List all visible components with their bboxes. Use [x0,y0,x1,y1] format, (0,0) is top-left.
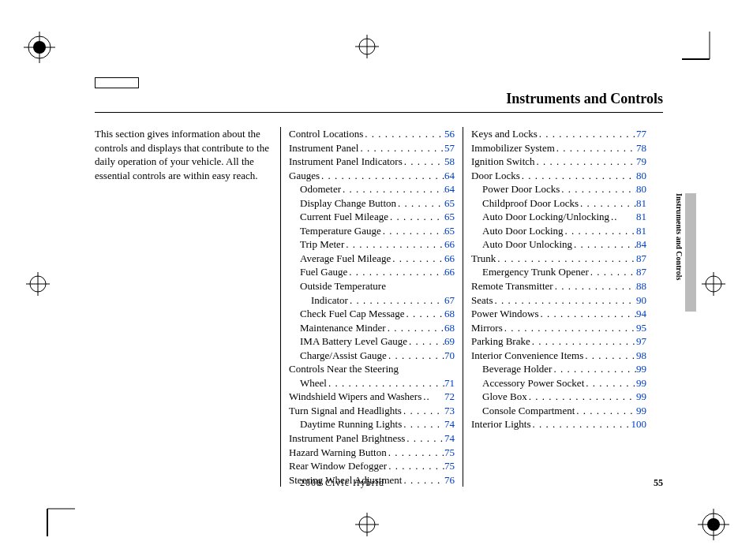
toc-entry[interactable]: Display Change Button. . . . . . . . . .… [289,196,455,211]
toc-entry-page[interactable]: 81 [636,196,646,211]
toc-entry-page[interactable]: 81 [636,210,646,224]
toc-entry-page[interactable]: 72 [444,390,455,404]
toc-entry[interactable]: Parking Brake. . . . . . . . . . . . . .… [471,334,646,349]
toc-entry[interactable]: Windshield Wipers and Washers .. 72 [289,390,455,404]
toc-entry-page[interactable]: 95 [636,321,646,335]
toc-entry-page[interactable]: 74 [444,417,455,431]
crop-mark-tr [682,32,721,71]
toc-entry-page[interactable]: 65 [444,210,455,224]
toc-entry-page[interactable]: 56 [444,127,455,141]
toc-entry-page[interactable]: 78 [636,141,646,155]
toc-entry-page[interactable]: 75 [444,446,455,460]
toc-entry[interactable]: Fuel Gauge. . . . . . . . . . . . . . . … [289,265,455,279]
toc-entry[interactable]: Gauges. . . . . . . . . . . . . . . . . … [289,169,455,183]
toc-entry-page[interactable]: 77 [636,127,646,141]
toc-entry-page[interactable]: 68 [444,321,455,335]
toc-entry-page[interactable]: 98 [636,349,646,363]
toc-entry-page[interactable]: 90 [636,293,646,308]
toc-entry[interactable]: Temperature Gauge. . . . . . . . . . . .… [289,224,455,238]
toc-entry-label: Turn Signal and Headlights [289,404,402,418]
toc-entry-page[interactable]: 94 [636,307,646,321]
toc-entry-page[interactable]: 66 [444,237,455,252]
toc-entry[interactable]: Instrument Panel. . . . . . . . . . . . … [289,141,455,155]
toc-entry-page[interactable]: 79 [636,155,646,169]
column-toc-1: Control Locations. . . . . . . . . . . .… [280,127,463,487]
toc-entry-page[interactable]: 87 [636,265,646,279]
toc-entry[interactable]: Indicator. . . . . . . . . . . . . . . .… [289,293,455,308]
toc-entry-label: Accessory Power Socket [482,376,584,390]
toc-entry-page[interactable]: 99 [636,376,646,390]
toc-entry[interactable]: Trunk. . . . . . . . . . . . . . . . . .… [471,252,646,266]
toc-entry[interactable]: Maintenance Minder. . . . . . . . . . . … [289,321,455,335]
toc-entry[interactable]: Mirrors. . . . . . . . . . . . . . . . .… [471,321,646,335]
toc-entry[interactable]: Auto Door Locking. . . . . . . . . . . .… [471,224,646,238]
toc-entry[interactable]: Accessory Power Socket. . . . . . . . . … [471,376,646,390]
toc-entry[interactable]: Beverage Holder. . . . . . . . . . . . .… [471,362,646,376]
toc-entry[interactable]: Check Fuel Cap Message. . . . . . . . . … [289,307,455,321]
toc-entry[interactable]: Emergency Trunk Opener. . . . . . . . . … [471,265,646,279]
registration-mark-tl [24,32,55,63]
toc-entry[interactable]: Interior Lights. . . . . . . . . . . . .… [471,417,646,431]
toc-entry[interactable]: Immobilizer System. . . . . . . . . . . … [471,141,646,155]
toc-entry-page[interactable]: 87 [636,252,646,266]
toc-entry-page[interactable]: 65 [444,196,455,211]
toc-entry[interactable]: Glove Box. . . . . . . . . . . . . . . .… [471,390,646,404]
toc-entry[interactable]: Rear Window Defogger. . . . . . . . . . … [289,459,455,473]
toc-entry-page[interactable]: 100 [631,417,647,431]
toc-entry-page[interactable]: 81 [636,224,646,238]
toc-entry-page[interactable]: 70 [444,349,455,363]
toc-entry-page[interactable]: 80 [636,182,646,196]
toc-entry[interactable]: Instrument Panel Indicators. . . . . . .… [289,155,455,169]
toc-entry[interactable]: Turn Signal and Headlights. . . . . . . … [289,404,455,418]
toc-entry[interactable]: Daytime Running Lights. . . . . . . . . … [289,417,455,431]
toc-entry-page[interactable]: 66 [444,265,455,279]
toc-entry-page[interactable]: 73 [444,404,455,418]
toc-entry-page[interactable]: 99 [636,390,646,404]
toc-entry[interactable]: Ignition Switch. . . . . . . . . . . . .… [471,155,646,169]
toc-entry-page[interactable]: 84 [636,237,646,252]
toc-entry[interactable]: Auto Door Unlocking. . . . . . . . . . .… [471,237,646,252]
toc-entry[interactable]: Door Locks. . . . . . . . . . . . . . . … [471,169,646,183]
toc-entry[interactable]: Wheel. . . . . . . . . . . . . . . . . .… [289,376,455,390]
toc-entry[interactable]: Interior Convenience Items. . . . . . . … [471,349,646,363]
toc-entry-page[interactable]: 99 [636,362,646,376]
toc-entry[interactable]: Outside Temperature [289,279,455,293]
toc-entry[interactable]: Control Locations. . . . . . . . . . . .… [289,127,455,141]
intro-paragraph: This section gives information about the… [95,127,269,182]
toc-entry[interactable]: IMA Battery Level Gauge. . . . . . . . .… [289,334,455,349]
toc-entry[interactable]: Controls Near the Steering [289,362,455,376]
toc-entry-page[interactable]: 99 [636,404,646,418]
toc-entry-page[interactable]: 80 [636,169,646,183]
toc-leader-dots: . . . . . . . . . . . . . . . . . . . . … [555,141,636,155]
toc-entry[interactable]: Seats. . . . . . . . . . . . . . . . . .… [471,293,646,308]
toc-entry[interactable]: Current Fuel Mileage. . . . . . . . . . … [289,210,455,224]
toc-entry[interactable]: Average Fuel Mileage. . . . . . . . . . … [289,252,455,266]
toc-entry-page[interactable]: 68 [444,307,455,321]
toc-entry[interactable]: Remote Transmitter. . . . . . . . . . . … [471,279,646,293]
toc-entry-page[interactable]: 57 [444,141,455,155]
toc-entry-page[interactable]: 64 [444,182,455,196]
toc-entry-page[interactable]: 76 [444,473,455,487]
toc-entry[interactable]: Power Windows. . . . . . . . . . . . . .… [471,307,646,321]
toc-entry[interactable]: Odometer. . . . . . . . . . . . . . . . … [289,182,455,196]
toc-entry-page[interactable]: 69 [444,334,455,349]
toc-entry[interactable]: Trip Meter. . . . . . . . . . . . . . . … [289,237,455,252]
toc-entry-page[interactable]: 65 [444,224,455,238]
toc-entry-page[interactable]: 71 [444,376,455,390]
toc-entry[interactable]: Auto Door Locking/Unlocking .. 81 [471,210,646,224]
toc-entry[interactable]: Console Compartment. . . . . . . . . . .… [471,404,646,418]
toc-entry-page[interactable]: 66 [444,252,455,266]
toc-entry-page[interactable]: 97 [636,334,646,349]
toc-entry-page[interactable]: 64 [444,169,455,183]
toc-entry[interactable]: Instrument Panel Brightness. . . . . . .… [289,431,455,446]
toc-entry-page[interactable]: 75 [444,459,455,473]
toc-entry-page[interactable]: 58 [444,155,455,169]
toc-entry[interactable]: Charge/Assist Gauge. . . . . . . . . . .… [289,349,455,363]
toc-entry-page[interactable]: 74 [444,431,455,446]
toc-entry[interactable]: Power Door Locks. . . . . . . . . . . . … [471,182,646,196]
toc-entry-page[interactable]: 67 [444,293,455,308]
toc-entry[interactable]: Hazard Warning Button. . . . . . . . . .… [289,446,455,460]
toc-entry-page[interactable]: 88 [636,279,646,293]
toc-entry[interactable]: Keys and Locks. . . . . . . . . . . . . … [471,127,646,141]
toc-entry[interactable]: Childproof Door Locks. . . . . . . . . .… [471,196,646,211]
